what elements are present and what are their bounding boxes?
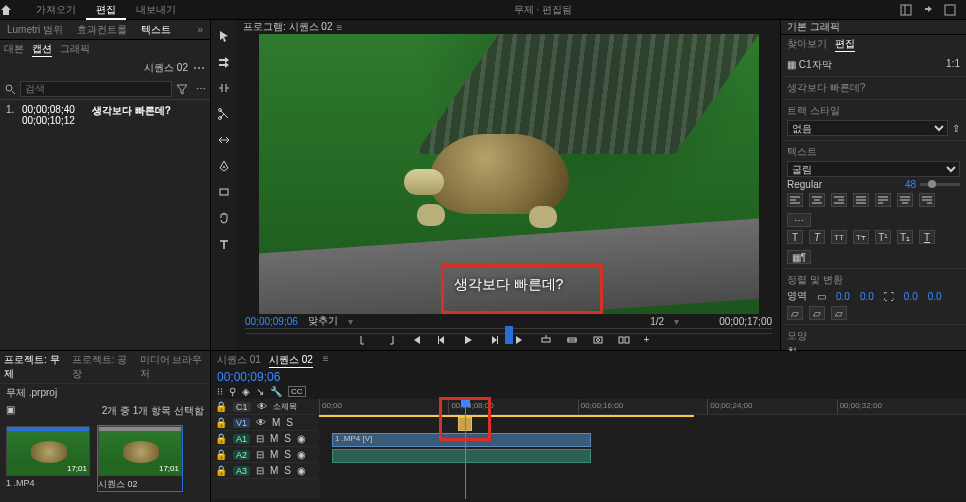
faux-italic-icon[interactable]: T (809, 230, 825, 244)
align-right-icon[interactable] (831, 193, 847, 207)
panel-tab-lumetri[interactable]: Lumetri 범위 (0, 20, 70, 39)
bin-nav-icon[interactable]: ▣ (6, 404, 15, 418)
link-icon[interactable]: ⚲ (229, 386, 236, 397)
project-item-1[interactable]: 17;01 1 .MP4 (6, 426, 90, 491)
track-header-a3[interactable]: 🔒 A3 ⊟MS◉ (211, 463, 319, 479)
go-to-out-icon[interactable] (514, 334, 530, 350)
eye-icon[interactable]: 👁 (256, 417, 266, 428)
anchor-tc-icon[interactable]: ▱ (809, 306, 825, 320)
size-slider[interactable] (920, 183, 960, 186)
project-item-2[interactable]: 17;01 시퀀스 02 (98, 426, 182, 491)
audio-clip[interactable] (332, 449, 591, 463)
area-x[interactable]: 0.0 (836, 291, 850, 302)
selected-caption-text[interactable]: 생각보다 빠른데? (781, 77, 966, 100)
lock-icon[interactable]: 🔒 (215, 401, 227, 412)
subtab-transcript[interactable]: 대본 (4, 42, 24, 56)
project-tab-3[interactable]: 미디어 브라우저 (140, 353, 206, 381)
step-fwd-icon[interactable] (488, 334, 504, 350)
mark-out-icon[interactable] (384, 334, 400, 350)
eg-tab-edit[interactable]: 편집 (835, 37, 855, 52)
area-w[interactable]: 0.0 (904, 291, 918, 302)
workspace-tab-export[interactable]: 내보내기 (126, 0, 186, 20)
lock-icon[interactable]: 🔒 (215, 449, 227, 460)
share-icon[interactable] (922, 4, 944, 16)
fit-dropdown[interactable]: 맞추기 (308, 314, 338, 328)
align-justify-last-left-icon[interactable] (875, 193, 891, 207)
resolution-dropdown[interactable]: 1/2 (650, 316, 664, 327)
pen-tool-icon[interactable] (216, 158, 232, 174)
sequence-dropdown-icon[interactable] (192, 63, 206, 73)
fullscreen-icon[interactable] (944, 4, 966, 16)
export-frame-icon[interactable] (592, 334, 608, 350)
video-clip[interactable]: 1 .MP4 [V] (332, 433, 591, 447)
type-tool-icon[interactable] (216, 236, 232, 252)
allcaps-icon[interactable]: TT (831, 230, 847, 244)
lock-icon[interactable]: 🔒 (215, 433, 227, 444)
lift-icon[interactable] (540, 334, 556, 350)
slip-tool-icon[interactable] (216, 132, 232, 148)
subscript-icon[interactable]: T₁ (897, 230, 913, 244)
hand-tool-icon[interactable] (216, 210, 232, 226)
program-scrubbar[interactable] (245, 328, 772, 334)
timeline-tab-1[interactable]: 시퀀스 01 (217, 353, 261, 368)
settings-plus-icon[interactable]: + (644, 334, 660, 350)
smallcaps-icon[interactable]: Tᴛ (853, 230, 869, 244)
timeline-tc[interactable]: 00;00;09;06 (211, 370, 966, 384)
insert-icon[interactable]: ↘ (256, 386, 264, 397)
subtab-graphic[interactable]: 그래픽 (60, 42, 90, 56)
faux-bold-icon[interactable]: T (787, 230, 803, 244)
align-left-icon[interactable] (787, 193, 803, 207)
align-center-icon[interactable] (809, 193, 825, 207)
workspace-tab-edit[interactable]: 편집 (86, 0, 126, 20)
caption-track-header[interactable]: 🔒 C1 👁 소제목 (211, 399, 319, 415)
superscript-icon[interactable]: T¹ (875, 230, 891, 244)
snap-icon[interactable]: ⁝⁝ (217, 386, 223, 397)
caption-row[interactable]: 1. 00;00;08;40 00;00;10;12 생각보다 빠른데? (6, 104, 204, 126)
kerning-icon[interactable]: ⋯ (787, 213, 811, 227)
anchor-tl-icon[interactable]: ▱ (787, 306, 803, 320)
layout-icon[interactable] (900, 4, 922, 16)
align-justify-last-right-icon[interactable] (919, 193, 935, 207)
play-icon[interactable] (462, 334, 478, 350)
font-weight-select[interactable]: Regular (787, 179, 901, 190)
area-y[interactable]: 0.0 (860, 291, 874, 302)
cc-icon[interactable]: CC (288, 386, 306, 397)
mark-in-icon[interactable] (358, 334, 374, 350)
track-select-tool-icon[interactable] (216, 54, 232, 70)
wrench-icon[interactable]: 🔧 (270, 386, 282, 397)
rect-tool-icon[interactable] (216, 184, 232, 200)
panel-overflow-icon[interactable]: » (190, 20, 210, 39)
rtl-icon[interactable]: ▦¶ (787, 250, 811, 264)
workspace-tab-import[interactable]: 가져오기 (26, 0, 86, 20)
panel-tab-effects[interactable]: 효과컨트롤 (70, 20, 134, 39)
filter-icon[interactable] (172, 83, 192, 95)
step-back-icon[interactable] (436, 334, 452, 350)
timeline-playhead[interactable] (465, 399, 466, 499)
timeline-canvas[interactable]: 00;00 00;00;08;00 00;00;16;00 00;00;24;0… (319, 399, 966, 499)
align-justify-icon[interactable] (853, 193, 869, 207)
underline-icon[interactable]: T (919, 230, 935, 244)
ripple-tool-icon[interactable] (216, 80, 232, 96)
anchor-tr-icon[interactable]: ▱ (831, 306, 847, 320)
align-justify-last-center-icon[interactable] (897, 193, 913, 207)
panel-tab-text[interactable]: 텍스트 (134, 20, 178, 39)
marker-icon[interactable]: ◈ (242, 386, 250, 397)
razor-tool-icon[interactable] (216, 106, 232, 122)
track-style-select[interactable]: 없음 (787, 120, 948, 136)
upload-icon[interactable]: ⇪ (952, 123, 960, 134)
track-header-a1[interactable]: 🔒 A1 ⊟MS◉ (211, 431, 319, 447)
project-tab-1[interactable]: 프로젝트: 무제 (4, 353, 64, 381)
project-tab-2[interactable]: 프로젝트: 공장 (72, 353, 132, 381)
timeline-tab-2[interactable]: 시퀀스 02 (269, 353, 313, 368)
track-header-v1[interactable]: 🔒 V1 👁 MS (211, 415, 319, 431)
area-h[interactable]: 0.0 (928, 291, 942, 302)
extract-icon[interactable] (566, 334, 582, 350)
go-to-in-icon[interactable] (410, 334, 426, 350)
caption-search-input[interactable] (20, 81, 172, 97)
area-toggle-icon[interactable]: ▭ (817, 291, 826, 302)
compare-icon[interactable] (618, 334, 634, 350)
font-size-input[interactable]: 48 (905, 179, 916, 190)
eg-tab-browse[interactable]: 찾아보기 (787, 37, 827, 52)
subtab-caption[interactable]: 캡션 (32, 42, 52, 57)
track-header-a2[interactable]: 🔒 A2 ⊟MS◉ (211, 447, 319, 463)
